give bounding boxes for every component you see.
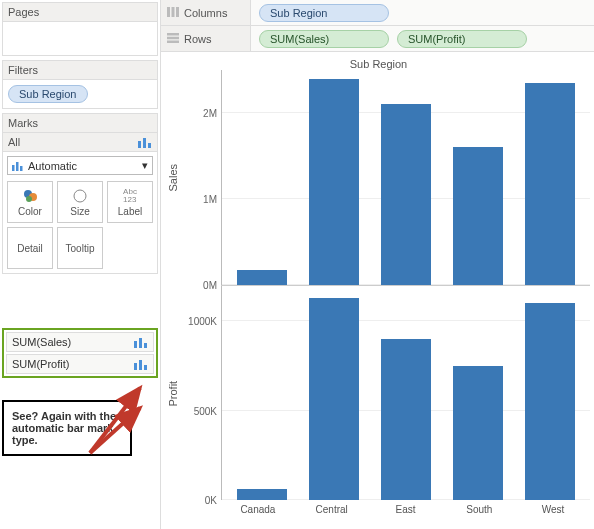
svg-rect-20 <box>167 36 179 39</box>
rows-icon <box>167 33 179 45</box>
y-axis-label: Profit <box>167 286 183 501</box>
svg-rect-16 <box>167 7 170 17</box>
bar[interactable] <box>381 339 431 500</box>
filters-label: Filters <box>8 64 38 76</box>
filters-body[interactable]: Sub Region <box>2 80 158 109</box>
columns-label: Columns <box>184 7 227 19</box>
svg-rect-12 <box>144 343 147 348</box>
bars-icon <box>12 161 24 171</box>
bar[interactable] <box>237 270 287 285</box>
marks-label-label: Label <box>118 206 142 217</box>
plot-area <box>221 70 590 285</box>
filters-panel: Filters Sub Region <box>2 60 158 109</box>
palette-icon <box>23 188 37 204</box>
marks-panel: Marks All Automatic ▾ <box>2 113 158 274</box>
marks-header[interactable]: Marks <box>2 113 158 133</box>
x-tick: East <box>369 500 443 515</box>
svg-rect-13 <box>134 363 137 370</box>
svg-rect-2 <box>148 143 151 148</box>
marks-all-label: All <box>8 136 20 148</box>
marks-all-row[interactable]: All <box>2 133 158 152</box>
measure-row-profit[interactable]: SUM(Profit) <box>6 354 154 374</box>
svg-rect-10 <box>134 341 137 348</box>
y-tick: 1M <box>203 193 217 204</box>
x-tick: West <box>516 500 590 515</box>
x-tick: Central <box>295 500 369 515</box>
filter-pill-subregion[interactable]: Sub Region <box>8 85 88 103</box>
y-tick: 2M <box>203 107 217 118</box>
bars-icon <box>134 358 148 370</box>
profit-chart: Profit0K500K1000K <box>167 286 590 501</box>
pages-label: Pages <box>8 6 39 18</box>
y-axis-label: Sales <box>167 70 183 285</box>
bar[interactable] <box>525 83 575 285</box>
marks-color-button[interactable]: Color <box>7 181 53 223</box>
chart-area: Sub Region Sales0M1M2MProfit0K500K1000K … <box>161 52 594 529</box>
svg-rect-5 <box>20 166 23 171</box>
rows-shelf[interactable]: Rows SUM(Sales) SUM(Profit) <box>161 26 594 52</box>
svg-rect-19 <box>167 33 179 36</box>
svg-rect-18 <box>176 7 179 17</box>
sales-chart: Sales0M1M2M <box>167 70 590 285</box>
x-tick: Canada <box>221 500 295 515</box>
y-tick: 0K <box>205 495 217 506</box>
pages-body[interactable] <box>2 22 158 56</box>
marks-type-value: Automatic <box>28 160 77 172</box>
svg-rect-3 <box>12 165 15 171</box>
rows-label: Rows <box>184 33 212 45</box>
marks-detail-label: Detail <box>17 243 43 254</box>
bars-icon <box>138 136 152 148</box>
highlighted-measures: SUM(Sales) SUM(Profit) <box>2 328 158 378</box>
bars-icon <box>134 336 148 348</box>
bar[interactable] <box>381 104 431 284</box>
measure-label: SUM(Profit) <box>12 358 69 370</box>
main-area: Columns Sub Region Rows SUM(Sales) SUM(P… <box>160 0 594 529</box>
plot-area <box>221 286 590 501</box>
size-icon <box>73 188 87 204</box>
bar[interactable] <box>237 489 287 500</box>
sidebar: Pages Filters Sub Region Marks All <box>0 0 160 529</box>
svg-rect-21 <box>167 40 179 43</box>
svg-rect-14 <box>139 360 142 370</box>
marks-detail-button[interactable]: Detail <box>7 227 53 269</box>
rows-pill-profit[interactable]: SUM(Profit) <box>397 30 527 48</box>
bar[interactable] <box>525 303 575 500</box>
svg-point-9 <box>74 190 86 202</box>
marks-color-label: Color <box>18 206 42 217</box>
measure-row-sales[interactable]: SUM(Sales) <box>6 332 154 352</box>
y-tick: 1000K <box>188 316 217 327</box>
marks-tooltip-label: Tooltip <box>66 243 95 254</box>
svg-point-8 <box>26 196 32 202</box>
marks-size-label: Size <box>70 206 89 217</box>
svg-rect-15 <box>144 365 147 370</box>
callout-box: See? Again with the automatic bar mark t… <box>2 400 132 456</box>
columns-icon <box>167 7 179 19</box>
y-tick: 500K <box>194 405 217 416</box>
rows-pill-sales[interactable]: SUM(Sales) <box>259 30 389 48</box>
bar[interactable] <box>309 298 359 500</box>
marks-size-button[interactable]: Size <box>57 181 103 223</box>
filters-header[interactable]: Filters <box>2 60 158 80</box>
marks-tooltip-button[interactable]: Tooltip <box>57 227 103 269</box>
columns-pill-subregion[interactable]: Sub Region <box>259 4 389 22</box>
svg-rect-4 <box>16 162 19 171</box>
callout-text: See? Again with the automatic bar mark t… <box>12 410 116 446</box>
svg-rect-11 <box>139 338 142 348</box>
pages-header[interactable]: Pages <box>2 2 158 22</box>
marks-label-button[interactable]: Abc123 Label <box>107 181 153 223</box>
pages-panel: Pages <box>2 2 158 56</box>
bar[interactable] <box>453 366 503 500</box>
chart-title: Sub Region <box>167 58 590 70</box>
bar[interactable] <box>309 79 359 285</box>
bar[interactable] <box>453 147 503 284</box>
marks-type-select[interactable]: Automatic ▾ <box>7 156 153 175</box>
columns-shelf[interactable]: Columns Sub Region <box>161 0 594 26</box>
svg-rect-17 <box>172 7 175 17</box>
marks-body: Automatic ▾ Color Size Abc123 La <box>2 152 158 274</box>
label-icon: Abc123 <box>123 188 137 204</box>
svg-rect-1 <box>143 138 146 148</box>
measure-label: SUM(Sales) <box>12 336 71 348</box>
svg-rect-0 <box>138 141 141 148</box>
chevron-down-icon: ▾ <box>142 159 148 172</box>
x-tick: South <box>442 500 516 515</box>
